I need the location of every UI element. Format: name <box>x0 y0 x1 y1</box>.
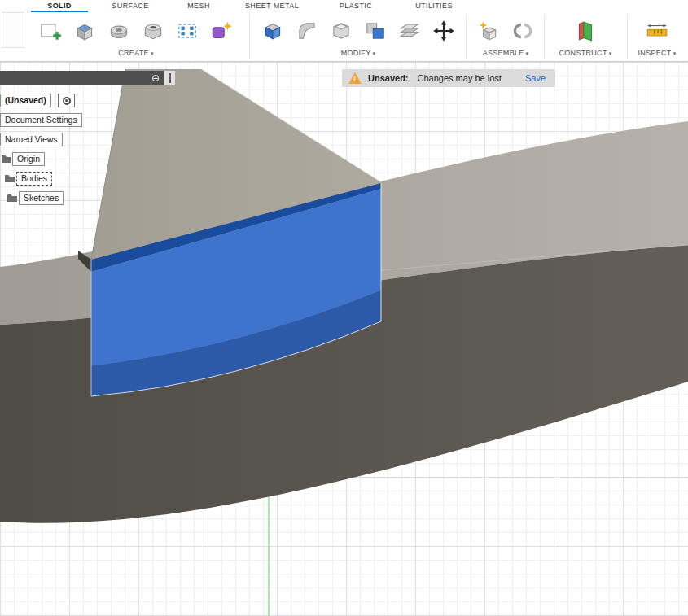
inspect-dropdown[interactable]: INSPECT▾ <box>629 49 686 57</box>
fillet-icon <box>295 19 319 43</box>
new-component-icon <box>476 19 501 43</box>
combine-icon <box>363 19 388 43</box>
extrude-icon <box>72 19 97 43</box>
model-scene <box>0 62 688 616</box>
measure-icon <box>645 19 669 43</box>
save-button[interactable]: Save <box>525 73 546 83</box>
folder-icon <box>4 173 15 183</box>
warning-triangle-icon: ! <box>348 72 362 84</box>
warning-message: Changes may be lost <box>418 73 502 83</box>
split-body-button[interactable] <box>393 14 426 48</box>
create-dropdown[interactable]: CREATE▾ <box>23 49 249 57</box>
press-pull-icon <box>261 19 285 43</box>
chevron-down-icon: ▾ <box>151 50 154 56</box>
measure-button[interactable] <box>641 14 673 48</box>
split-body-icon <box>397 19 422 43</box>
hole-icon <box>141 19 165 43</box>
clear-search-icon[interactable]: ⊖ <box>151 73 160 83</box>
create-form-button[interactable] <box>205 14 238 48</box>
construct-dropdown[interactable]: CONSTRUCT▾ <box>546 49 625 57</box>
folder-icon <box>1 154 12 164</box>
move-icon <box>432 19 456 43</box>
tab-utilities[interactable]: UTILITIES <box>409 1 459 11</box>
browser-item-origin[interactable]: Origin <box>12 152 45 166</box>
hole-button[interactable] <box>137 14 169 48</box>
toolbar-group-inspect: INSPECT▾ <box>629 13 686 61</box>
tab-surface[interactable]: SURFACE <box>104 1 156 11</box>
browser-search-bar[interactable]: ⊖ <box>0 71 164 85</box>
shell-icon <box>329 19 353 43</box>
active-tab-underline <box>31 11 88 12</box>
rectangular-pattern-icon <box>175 19 199 43</box>
file-panel-stub <box>2 12 24 48</box>
create-sketch-button[interactable] <box>34 14 67 48</box>
offset-plane-button[interactable] <box>569 14 602 48</box>
toolbar-separator <box>249 15 250 59</box>
toolbar-group-modify: MODIFY▾ <box>252 13 464 61</box>
browser-item-document-settings[interactable]: Document Settings <box>0 113 82 127</box>
chevron-down-icon: ▾ <box>673 50 677 56</box>
fillet-button[interactable] <box>291 14 323 48</box>
shell-button[interactable] <box>325 14 357 48</box>
combine-button[interactable] <box>359 14 392 48</box>
toolbar-group-construct: CONSTRUCT▾ <box>546 13 625 61</box>
rectangular-pattern-button[interactable] <box>171 14 204 48</box>
create-sketch-icon <box>38 19 63 43</box>
tab-sheet-metal[interactable]: SHEET METAL <box>239 1 305 11</box>
browser-search-handle[interactable] <box>164 71 175 85</box>
tab-plastic[interactable]: PLASTIC <box>332 1 379 11</box>
ribbon-toolbar: SOLID SURFACE MESH SHEET METAL PLASTIC U… <box>0 0 688 62</box>
chevron-down-icon: ▾ <box>609 50 612 56</box>
browser-document-root[interactable]: (Unsaved) <box>0 94 51 107</box>
joint-icon <box>511 19 535 43</box>
move-button[interactable] <box>427 14 460 48</box>
unsaved-warning-bar: ! Unsaved: Changes may be lost Save <box>342 69 555 87</box>
tab-mesh[interactable]: MESH <box>181 1 217 11</box>
browser-item-named-views[interactable]: Named Views <box>0 133 63 146</box>
folder-icon <box>7 193 18 203</box>
toolbar-group-assemble: ASSEMBLE▾ <box>469 13 542 61</box>
toolbar-separator <box>544 15 545 59</box>
toolbar-separator <box>466 15 467 59</box>
3d-viewport[interactable] <box>0 62 688 616</box>
revolve-icon <box>107 19 131 43</box>
new-component-button[interactable] <box>472 14 505 48</box>
extrude-button[interactable] <box>68 14 101 48</box>
joint-button[interactable] <box>506 14 539 48</box>
offset-plane-icon <box>573 19 598 43</box>
fusion-360-window: { "tab_bar": { "tabs": [ {"label": "SOLI… <box>0 0 688 616</box>
press-pull-button[interactable] <box>256 14 289 48</box>
revolve-button[interactable] <box>103 14 135 48</box>
chevron-down-icon: ▾ <box>526 50 529 56</box>
toolbar-group-create: CREATE▾ <box>23 13 249 61</box>
browser-item-sketches[interactable]: Sketches <box>19 191 64 205</box>
assemble-dropdown[interactable]: ASSEMBLE▾ <box>469 49 542 57</box>
visibility-eye-icon[interactable] <box>58 94 75 107</box>
modify-dropdown[interactable]: MODIFY▾ <box>252 49 464 57</box>
browser-item-bodies[interactable]: Bodies <box>16 172 52 186</box>
create-form-icon <box>209 19 234 43</box>
chevron-down-icon: ▾ <box>372 50 375 56</box>
toolbar-separator <box>627 15 628 59</box>
warning-title: Unsaved: <box>368 73 409 83</box>
